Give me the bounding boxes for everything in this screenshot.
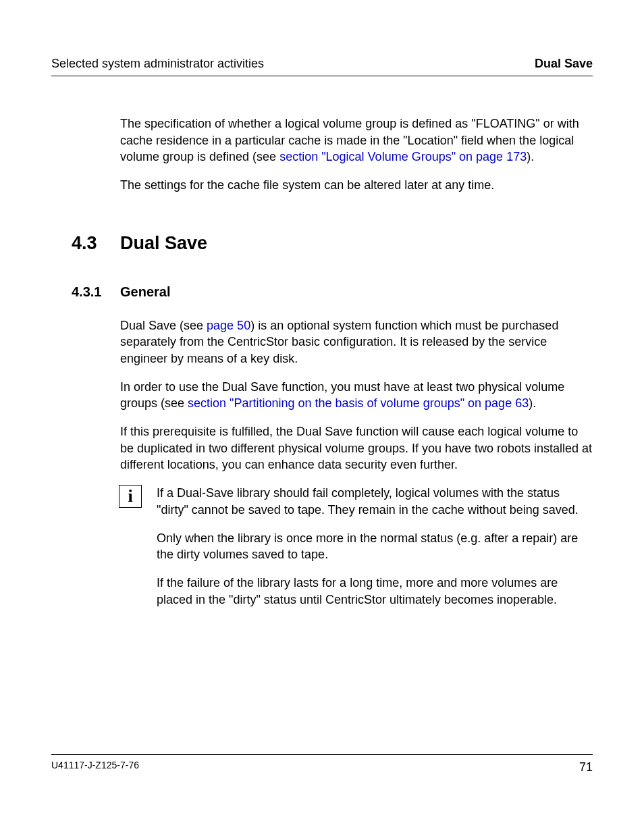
intro-paragraph-2: The settings for the cache file system c… [120, 177, 593, 193]
footer-doc-id: U41117-J-Z125-7-76 [51, 759, 139, 775]
footer-page-number: 71 [579, 759, 593, 775]
section-number: 4.3 [51, 231, 120, 255]
running-footer: U41117-J-Z125-7-76 71 [51, 754, 593, 775]
info-note: i If a Dual-Save library should fail com… [157, 485, 593, 608]
note-paragraph-2: Only when the library is once more in th… [157, 530, 593, 563]
body-paragraph-1: Dual Save (see page 50) is an optional s… [120, 317, 593, 367]
body-paragraph-3: If this prerequisite is fulfilled, the D… [120, 423, 593, 473]
subsection-number: 4.3.1 [51, 283, 120, 301]
text: Dual Save (see [120, 319, 207, 332]
header-left: Selected system administrator activities [51, 55, 264, 72]
text: ). [527, 150, 534, 163]
note-paragraph-1: If a Dual-Save library should fail compl… [157, 485, 593, 518]
link-page-50[interactable]: page 50 [207, 319, 250, 332]
content-column: The specification of whether a logical v… [51, 76, 593, 608]
intro-paragraph-1: The specification of whether a logical v… [120, 115, 593, 165]
section-heading: 4.3 Dual Save [51, 231, 593, 255]
body-paragraph-2: In order to use the Dual Save function, … [120, 379, 593, 412]
note-paragraph-3: If the failure of the library lasts for … [157, 575, 593, 608]
info-icon: i [119, 485, 142, 508]
page: Selected system administrator activities… [0, 0, 644, 813]
running-header: Selected system administrator activities… [51, 55, 593, 76]
subsection-heading: 4.3.1 General [51, 283, 593, 301]
link-logical-volume-groups[interactable]: section "Logical Volume Groups" on page … [279, 150, 527, 163]
link-partitioning-section[interactable]: section "Partitioning on the basis of vo… [188, 396, 529, 410]
header-right: Dual Save [535, 55, 593, 72]
subsection-title: General [120, 283, 170, 301]
section-title: Dual Save [120, 231, 207, 255]
text: ). [529, 396, 536, 410]
